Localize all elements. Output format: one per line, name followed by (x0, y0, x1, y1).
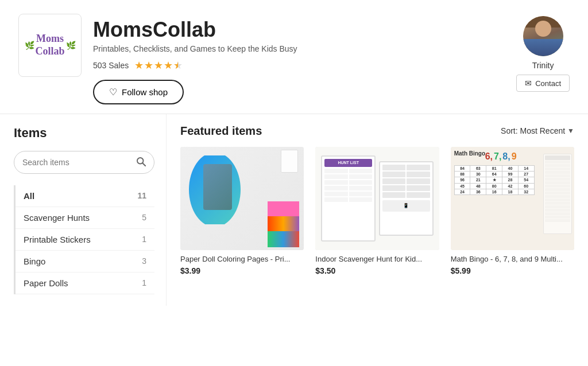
category-list: All 11 Scavenger Hunts 5 Printable Stick… (14, 185, 154, 294)
category-item-paper-dolls[interactable]: Paper Dolls 1 (16, 272, 154, 294)
product-price-1: $3.50 (315, 266, 439, 275)
shop-name: MomsCollab (93, 18, 297, 41)
category-count: 1 (142, 278, 146, 287)
product-image-0 (180, 147, 304, 250)
sidebar: Items All 11 Scavenger Hunts 5 Printable… (0, 114, 167, 306)
category-label: Bingo (24, 256, 45, 266)
search-input[interactable] (22, 158, 131, 167)
main-content: Items All 11 Scavenger Hunts 5 Printable… (0, 114, 588, 306)
category-item-all[interactable]: All 11 (16, 185, 154, 207)
svg-line-1 (143, 163, 146, 166)
svg-point-0 (137, 158, 144, 164)
category-label: Printable Stickers (24, 235, 91, 244)
shop-meta: 503 Sales ★ ★ ★ ★ ★ ★ (93, 59, 297, 72)
product-card-2[interactable]: Math Bingo 6, 7, 8, 9 846381401488306499… (451, 147, 574, 276)
product-price-2: $5.99 (451, 266, 574, 275)
shop-info: MomsCollab Printables, Checklists, and G… (93, 14, 297, 104)
follow-shop-button[interactable]: ♡ Follow shop (93, 80, 184, 104)
search-icon (136, 156, 146, 169)
star-2: ★ (144, 59, 153, 72)
shop-logo: 🌿 Moms Collab 🌿 (18, 14, 82, 77)
shop-header: 🌿 Moms Collab 🌿 MomsCollab Printables, C… (0, 0, 588, 114)
items-title: Items (14, 126, 154, 141)
category-count: 11 (137, 191, 146, 200)
category-item-scavenger-hunts[interactable]: Scavenger Hunts 5 (16, 207, 154, 229)
category-count: 1 (142, 235, 146, 244)
product-card-0[interactable]: Paper Doll Coloring Pages - Pri... $3.99 (180, 147, 304, 276)
owner-name: Trinity (532, 61, 554, 70)
logo-bird-left: 🌿 (25, 41, 34, 50)
heart-icon: ♡ (109, 87, 117, 98)
follow-shop-label: Follow shop (122, 87, 168, 97)
category-item-bingo[interactable]: Bingo 3 (16, 251, 154, 272)
logo-text-line2: Collab (36, 45, 65, 58)
shop-left: 🌿 Moms Collab 🌿 MomsCollab Printables, C… (18, 14, 297, 104)
category-label: Paper Dolls (24, 278, 68, 288)
shop-tagline: Printables, Checklists, and Games to Kee… (93, 44, 297, 53)
featured-title: Featured items (180, 124, 262, 138)
product-title-1: Indoor Scavenger Hunt for Kid... (315, 255, 439, 264)
product-image-1: HUNT LIST 📱 (315, 147, 439, 250)
chevron-down-icon: ▼ (567, 127, 574, 135)
products-area: Featured items Sort: Most Recent ▼ (167, 114, 588, 306)
star-1: ★ (134, 59, 144, 72)
logo-bird-right: 🌿 (66, 41, 76, 50)
shop-owner: Trinity ✉ Contact (516, 14, 570, 92)
shop-sales: 503 Sales (93, 61, 129, 70)
contact-label: Contact (535, 79, 561, 88)
sort-button[interactable]: Sort: Most Recent ▼ (501, 126, 574, 135)
logo-text-line1: Moms (36, 33, 65, 45)
products-header: Featured items Sort: Most Recent ▼ (180, 124, 574, 138)
product-price-0: $3.99 (180, 266, 304, 275)
owner-avatar (523, 16, 563, 56)
category-count: 3 (142, 256, 146, 266)
envelope-icon: ✉ (525, 79, 532, 88)
page-wrapper: 🌿 Moms Collab 🌿 MomsCollab Printables, C… (0, 0, 588, 366)
star-rating: ★ ★ ★ ★ ★ ★ (134, 59, 183, 72)
sort-label: Sort: Most Recent (501, 126, 565, 135)
contact-button[interactable]: ✉ Contact (516, 75, 570, 92)
product-card-1[interactable]: HUNT LIST 📱 Indoor Scavenger Hunt for Ki… (315, 147, 439, 276)
star-3: ★ (154, 59, 163, 72)
category-label: Scavenger Hunts (24, 213, 90, 223)
star-4: ★ (164, 59, 173, 72)
star-5-half: ★ ★ (173, 59, 183, 72)
search-box[interactable] (14, 151, 154, 174)
product-title-0: Paper Doll Coloring Pages - Pri... (180, 255, 304, 264)
product-title-2: Math Bingo - 6, 7, 8, and 9 Multi... (451, 255, 574, 264)
products-grid: Paper Doll Coloring Pages - Pri... $3.99… (180, 147, 574, 276)
category-count: 5 (142, 213, 146, 222)
category-label: All (24, 191, 34, 201)
category-item-printable-stickers[interactable]: Printable Stickers 1 (16, 229, 154, 251)
product-image-2: Math Bingo 6, 7, 8, 9 846381401488306499… (451, 147, 574, 250)
